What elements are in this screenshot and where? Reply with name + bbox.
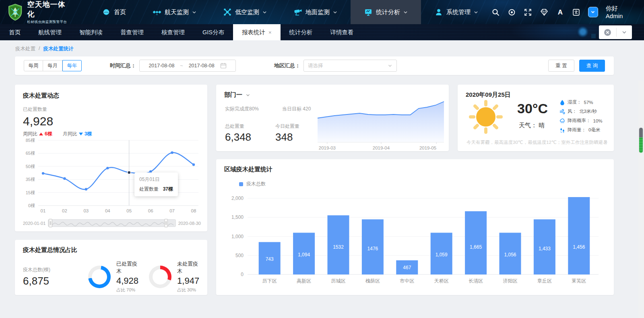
tab-首页[interactable]: 首页 <box>0 24 29 40</box>
tab-label: 核查管理 <box>161 29 185 36</box>
total-disposal-label: 总处置量 <box>225 123 251 130</box>
breadcrumb-parent[interactable]: 疫木处置 <box>15 46 35 52</box>
nav-item-label: 航天监测 <box>165 8 189 16</box>
tab-智能判读[interactable]: 智能判读 <box>70 24 111 40</box>
chevron-down-icon[interactable] <box>246 93 250 98</box>
x-tick-label: 02 <box>62 208 67 213</box>
tab-统计分析[interactable]: 统计分析 <box>281 24 322 40</box>
data-point-04[interactable] <box>106 167 109 169</box>
card-title: 区域疫木处置统计 <box>224 166 606 173</box>
weather-details-list: 湿度：57%风：北3米/秒降雨概率：10%降雨量：0毫米 <box>559 99 603 133</box>
data-point-01[interactable] <box>42 172 44 175</box>
weather-detail-label: 湿度： <box>568 99 582 105</box>
date-range-picker[interactable]: 2017-08-08 ~ 2017-08-08 <box>139 60 236 72</box>
period-option-每年[interactable]: 每年 <box>62 60 82 71</box>
tabs-container: 首页航线管理智能判读普查管理核查管理GIS分布报表统计×统计分析详情查看 <box>0 24 363 40</box>
page-scrollbar[interactable] <box>638 81 644 318</box>
nav-item-航天监测[interactable]: 航天监测 <box>139 0 210 24</box>
department-area-chart[interactable]: 2019-032019-042019-05 <box>316 96 446 151</box>
nav-item-label: 系统管理 <box>446 8 471 16</box>
y-tick-label: 35棵 <box>26 177 35 182</box>
data-point-02[interactable] <box>63 177 66 180</box>
category-label: 历下区 <box>262 278 277 284</box>
region-bar-chart[interactable]: 05001,0001,5002,000743历下区1,094高新区1532历城区… <box>224 187 606 287</box>
x-tick-label: 03 <box>83 208 89 213</box>
page-content: 疫木处置 / 疫木处置统计 每周每月每年 时间汇总： 2017-08-08 ~ … <box>0 40 644 318</box>
nav-item-低空监测[interactable]: 低空监测 <box>210 0 280 24</box>
tab-普查管理[interactable]: 普查管理 <box>111 24 153 40</box>
query-button[interactable]: 查 询 <box>579 60 605 72</box>
humidity-icon <box>559 100 565 105</box>
x-tick-label: 2019-05 <box>419 145 436 150</box>
category-label: 天桥区 <box>434 278 449 284</box>
app-logo[interactable]: 空天地一体化 松材线虫病监测预警平台 <box>7 0 72 24</box>
card-title: 疫木处置总情况占比 <box>23 246 199 254</box>
tab-label: 航线管理 <box>38 29 62 36</box>
stat-label: 已处置数量 <box>23 106 199 113</box>
gem-icon[interactable] <box>540 8 549 17</box>
app-subtitle: 松材线虫病监测预警平台 <box>27 20 72 24</box>
total-value: 6,875 <box>23 275 71 287</box>
data-point-08[interactable] <box>192 163 195 166</box>
user-icon <box>434 8 443 17</box>
processed-label: 已处置疫木 <box>116 260 138 275</box>
data-point-05[interactable] <box>128 171 131 174</box>
slider-handle-right[interactable] <box>164 219 168 227</box>
x-tick-label: 08 <box>191 208 196 213</box>
category-label: 长清区 <box>469 278 483 284</box>
tab-label: 统计分析 <box>289 29 313 36</box>
search-icon[interactable] <box>491 8 500 17</box>
locate-icon[interactable] <box>508 8 516 17</box>
today-disposal-label: 今日处置量 <box>275 123 299 130</box>
date-start: 2017-08-08 <box>149 63 174 69</box>
language-icon[interactable] <box>572 8 580 17</box>
scrollbar-thumb[interactable] <box>639 128 643 153</box>
tab-航线管理[interactable]: 航线管理 <box>29 24 70 40</box>
nav-item-统计分析[interactable]: 统计分析 <box>351 0 421 24</box>
bar-莱芜区[interactable] <box>568 197 590 274</box>
slider-handle-left[interactable] <box>49 219 52 227</box>
bar-value-label: 743 <box>266 256 274 262</box>
tab-GIS分布[interactable]: GIS分布 <box>194 24 233 40</box>
period-option-每周[interactable]: 每周 <box>24 60 43 71</box>
tooltip-value: 37棵 <box>163 186 173 193</box>
department-selector-label[interactable]: 部门一 <box>224 91 242 99</box>
tab-label: GIS分布 <box>202 29 224 36</box>
slider-track[interactable] <box>48 219 175 227</box>
tooltip-label: 处置数量 <box>139 186 159 193</box>
reset-button[interactable]: 重 置 <box>548 60 574 72</box>
y-tick-label: 1,000 <box>231 234 244 239</box>
weather-detail-0: 湿度：57% <box>559 99 603 105</box>
y-tick-label: 0 <box>241 272 244 277</box>
nav-item-系统管理[interactable]: 系统管理 <box>421 0 491 24</box>
divider <box>616 28 617 37</box>
x-tick-label: 01 <box>41 208 46 213</box>
stat-value: 4,928 <box>23 114 199 128</box>
triangle-down-icon <box>79 133 83 135</box>
tab-详情查看[interactable]: 详情查看 <box>322 24 363 40</box>
region-select[interactable]: 请选择 <box>303 60 397 72</box>
font-size-icon[interactable]: A <box>556 8 564 17</box>
close-all-tabs-icon[interactable] <box>604 29 611 36</box>
tab-list-chevron-icon[interactable] <box>621 29 627 35</box>
data-point-03[interactable] <box>85 188 87 190</box>
fullscreen-icon[interactable] <box>524 8 532 17</box>
theme-toggle-button[interactable] <box>588 7 598 17</box>
tab-报表统计[interactable]: 报表统计× <box>233 24 281 40</box>
nav-item-首页[interactable]: 首页 <box>89 0 139 24</box>
filter-bar: 每周每月每年 时间汇总： 2017-08-08 ~ 2017-08-08 地区汇… <box>15 56 614 75</box>
nav-item-label: 地面监测 <box>305 8 330 16</box>
nav-item-地面监测[interactable]: 地面监测 <box>280 0 351 24</box>
tab-核查管理[interactable]: 核查管理 <box>153 24 194 40</box>
bar-长清区[interactable] <box>465 211 487 274</box>
data-point-07[interactable] <box>171 152 173 154</box>
tab-close-icon[interactable]: × <box>268 29 272 35</box>
region-select-placeholder: 请选择 <box>308 62 323 69</box>
department-card: 部门一 实际完成度80% 当日目标 420 总处置量 6,348 今日处置量 3… <box>216 85 449 151</box>
period-option-每月[interactable]: 每月 <box>43 60 62 71</box>
total-disposal-value: 6,348 <box>225 131 251 143</box>
slider-wave <box>48 220 175 227</box>
weather-detail-3: 降雨量：0毫米 <box>559 127 603 133</box>
unprocessed-value: 1,947 <box>177 276 199 286</box>
user-greeting[interactable]: 你好 Admin <box>606 5 635 19</box>
